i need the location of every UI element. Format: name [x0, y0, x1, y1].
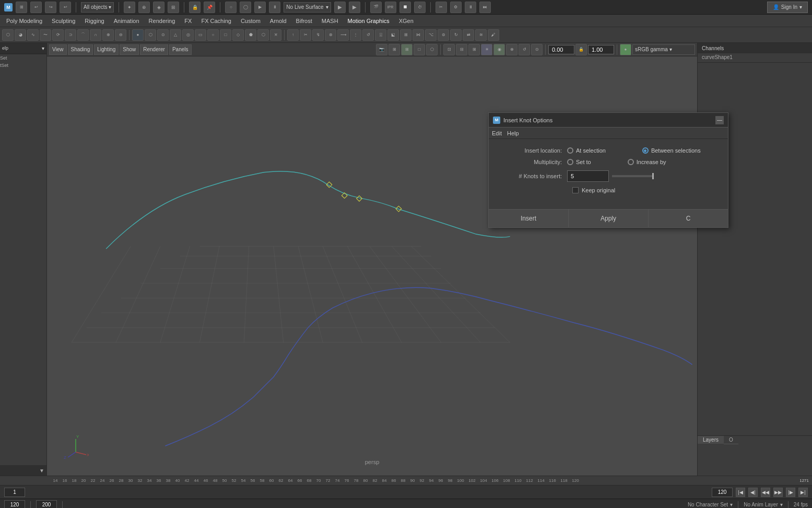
shelf-icon-9[interactable]: ⊕: [102, 29, 114, 41]
shelf-icon-6[interactable]: ⊃: [65, 29, 76, 41]
shelf-nurbs-6[interactable]: ⬡: [257, 29, 269, 41]
shelf-offset[interactable]: ⊜: [438, 29, 449, 41]
tool-icon-4[interactable]: ⏭: [479, 2, 491, 13]
menu-fx[interactable]: FX: [180, 17, 196, 25]
dialog-edit-menu[interactable]: Edit: [492, 130, 502, 136]
vp-icon-5[interactable]: ⊡: [443, 44, 455, 55]
select-icon-1[interactable]: ✦: [124, 2, 135, 13]
between-selections-radio[interactable]: Between selections: [642, 147, 701, 154]
lighting-menu[interactable]: Lighting: [94, 44, 119, 55]
vp-icon-1[interactable]: 📷: [376, 44, 387, 55]
vp-color-icon[interactable]: ●: [620, 44, 631, 55]
menu-custom[interactable]: Custom: [237, 17, 265, 25]
vp-icon-6[interactable]: ⊟: [456, 44, 467, 55]
toolbar-icon-4[interactable]: ↩: [60, 2, 71, 13]
render-preview-icon[interactable]: 🔲: [399, 2, 411, 13]
arrow-icon-2[interactable]: ▶: [349, 2, 360, 13]
snap-icon-2[interactable]: 📌: [204, 2, 215, 13]
offset-y-input[interactable]: [588, 45, 614, 54]
vp-icon-9[interactable]: ◉: [493, 44, 505, 55]
shelf-icon-5[interactable]: ⟳: [52, 29, 64, 41]
tool-icon-3[interactable]: ⏸: [465, 2, 476, 13]
go-start-button[interactable]: |◀: [736, 488, 745, 497]
timeline-ruler[interactable]: 14 16 18 20 22 24 26 28 30 32 34 36 38 4…: [0, 476, 812, 485]
menu-arnold[interactable]: Arnold: [266, 17, 291, 25]
select-icon-4[interactable]: ⊞: [168, 2, 179, 13]
dialog-close-button[interactable]: —: [715, 116, 724, 124]
camera-icon-2[interactable]: ◯: [240, 2, 251, 13]
shelf-boundary[interactable]: ⬕: [387, 29, 399, 41]
shelf-cone[interactable]: △: [170, 29, 181, 41]
shelf-fillet[interactable]: ⌥: [425, 29, 437, 41]
menu-rendering[interactable]: Rendering: [145, 17, 180, 25]
shelf-sphere[interactable]: ●: [132, 29, 144, 41]
play-back-button[interactable]: ◀◀: [761, 488, 770, 497]
layers-tab[interactable]: Layers: [698, 436, 724, 444]
options-tab[interactable]: O: [724, 436, 738, 444]
view-menu[interactable]: View: [49, 44, 67, 55]
toolbar-icon-1[interactable]: ⊞: [16, 2, 27, 13]
vp-lock-icon[interactable]: 🔒: [575, 44, 587, 55]
sign-in-button[interactable]: 👤 Sign In ▾: [767, 2, 808, 13]
menu-fx-caching[interactable]: FX Caching: [197, 17, 235, 25]
camera-icon[interactable]: ○: [225, 2, 237, 13]
snap-icon-1[interactable]: 🔒: [189, 2, 201, 13]
toolbar-icon-redo[interactable]: ↪: [45, 2, 56, 13]
render-icon-2[interactable]: ⏸: [269, 2, 280, 13]
shelf-paintfx[interactable]: 🖌: [488, 29, 499, 41]
set-to-radio[interactable]: Set to: [567, 159, 591, 165]
knots-to-insert-input[interactable]: [567, 170, 609, 182]
close-dialog-button[interactable]: C: [649, 210, 728, 227]
offset-x-input[interactable]: [548, 45, 574, 54]
all-objects-dropdown[interactable]: all_objects All objects ▾: [81, 2, 114, 13]
step-forward-button[interactable]: |▶: [786, 488, 795, 497]
menu-sculpting[interactable]: Sculpting: [48, 17, 79, 25]
no-anim-layer-arrow[interactable]: ▾: [780, 502, 783, 507]
ipr-icon[interactable]: IPR: [385, 2, 396, 13]
menu-mash[interactable]: MASH: [317, 17, 343, 25]
vp-icon-2[interactable]: ⊞: [389, 44, 400, 55]
select-icon-2[interactable]: ⊕: [138, 2, 150, 13]
at-selection-radio[interactable]: At selection: [567, 147, 606, 154]
no-character-set-arrow[interactable]: ▾: [730, 502, 733, 507]
shelf-birail[interactable]: ⍗: [375, 29, 386, 41]
render-icon[interactable]: ▶: [254, 2, 266, 13]
keep-original-checkbox[interactable]: [572, 187, 579, 193]
vp-icon-7[interactable]: ⊞: [468, 44, 480, 55]
vp-icon-11[interactable]: ↺: [519, 44, 530, 55]
menu-motion-graphics[interactable]: Motion Graphics: [344, 17, 394, 25]
shelf-cylinder[interactable]: ⊙: [157, 29, 169, 41]
renderer-menu[interactable]: Renderer: [140, 44, 168, 55]
shelf-nurbs-4[interactable]: ◇: [232, 29, 244, 41]
shelf-torus[interactable]: ◎: [182, 29, 194, 41]
shelf-convert[interactable]: ⇄: [463, 29, 474, 41]
shelf-revolve[interactable]: ↺: [362, 29, 374, 41]
vp-icon-10[interactable]: ⊕: [506, 44, 517, 55]
shelf-rebuild[interactable]: ↻: [450, 29, 462, 41]
select-icon-3[interactable]: ◈: [153, 2, 164, 13]
shelf-loft[interactable]: ⋮: [350, 29, 361, 41]
panels-menu[interactable]: Panels: [169, 44, 192, 55]
shelf-nurbs-5[interactable]: ⬟: [245, 29, 256, 41]
shelf-cube[interactable]: ⬡: [145, 29, 156, 41]
apply-button[interactable]: Apply: [569, 210, 649, 227]
shelf-nurbs-circle[interactable]: ○: [207, 29, 219, 41]
menu-poly-modeling[interactable]: Poly Modeling: [2, 17, 46, 25]
vp-icon-3[interactable]: □: [414, 44, 425, 55]
arrow-icon[interactable]: ▶: [334, 2, 346, 13]
tool-icon-2[interactable]: ⚙: [450, 2, 462, 13]
dialog-help-menu[interactable]: Help: [507, 130, 519, 136]
go-end-button[interactable]: ▶|: [798, 488, 808, 497]
no-live-surface-dropdown[interactable]: No Live Surface ▾: [284, 2, 331, 13]
shelf-surface-point[interactable]: ⊛: [325, 29, 336, 41]
status-time-max[interactable]: [36, 500, 57, 509]
shelf-icon-2[interactable]: ◕: [15, 29, 26, 41]
vp-icon-4[interactable]: ⬡: [426, 44, 438, 55]
shelf-trim[interactable]: ✂: [300, 29, 311, 41]
shading-menu[interactable]: Shading: [68, 44, 93, 55]
knots-slider[interactable]: [612, 175, 654, 177]
shelf-surface-curve[interactable]: ⟿: [337, 29, 349, 41]
insert-button[interactable]: Insert: [489, 210, 569, 227]
shelf-icon-7[interactable]: ⌒: [77, 29, 89, 41]
shelf-plane[interactable]: ▭: [195, 29, 206, 41]
